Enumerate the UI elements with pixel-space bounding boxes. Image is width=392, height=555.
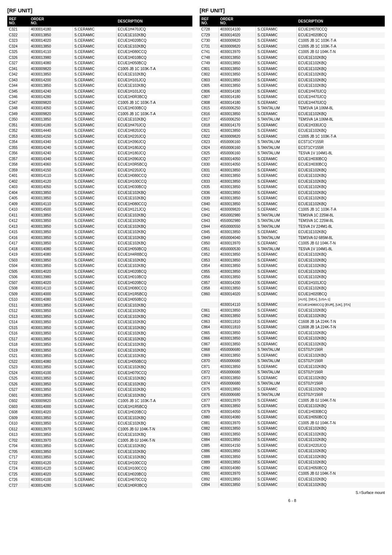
table-cell: TEMSVA 1C 225M-8L [297,212,384,218]
table-cell: C341 [8,66,29,72]
table-cell: C344 [8,83,29,89]
table-cell: C748 [200,55,219,61]
table-cell: C704 [8,443,29,449]
table-cell: C801 [200,66,219,72]
table-cell: C526 [8,381,29,387]
table-cell: 4030013850 [29,308,73,314]
table-cell: C411 [8,212,29,218]
table-cell: C343 [8,77,29,83]
table-cell: 4030014050 [219,409,256,415]
table-cell: 4030013850 [29,212,73,218]
table-row: C6124030013970S.CERAMICC1005 JB 0J 104K-… [8,426,192,432]
table-cell: ECST0JY156R [297,369,384,375]
table-row: C5214030013850S.CERAMICECUE1E102KBQ [8,353,192,359]
table-cell: ECUE1E102KBQ [297,179,384,185]
table-cell: S.CERAMIC [256,173,297,179]
left-header-ref: REFNO. [8,16,29,27]
table-cell: ECUE1E102KBQ [297,330,384,336]
table-cell: 4030013850 [219,179,256,185]
table-cell: C843 [200,218,219,224]
table-cell: C413 [8,224,29,230]
table-cell: ECUE1H010BCQ [116,274,192,280]
table-row: C7314030009820S.CERAMICC1005 JB 1C 103K-… [200,44,385,49]
table-row: C5074030014020S.CERAMICECUE1H020BCQ [8,280,192,286]
table-cell: C352 [8,128,29,134]
table-cell: S.TANTALUM [256,145,297,151]
table-row: C5224030014080S.CERAMICECUE1H050BCQ [8,359,192,365]
table-cell: C401 [8,173,29,179]
table-cell: 4030013850 [29,387,73,393]
table-cell: 4030014180 [219,94,256,100]
table-row: C8034030013850S.CERAMICECUE1E102KBQ [200,77,385,83]
table-cell: S.CERAMIC [73,409,116,415]
table-cell: ECUE1H470JCQ [297,94,384,100]
table-cell: C419 [8,252,29,258]
table-cell: C877 [200,398,219,404]
table-row: C6104030013850S.CERAMICECUE1E102KBQ [8,421,192,426]
table-cell: 4030013850 [29,364,73,370]
table-cell: ECUE1H050BCQ [116,359,192,365]
table-cell: 4030013850 [219,195,256,201]
table-cell: 4030014340 [29,156,73,162]
table-cell: ECUE1E102KBQ [116,454,192,460]
table-cell: C342 [8,72,29,77]
table-row: C7264030014100S.CERAMICECUE1H070CCQ [8,477,192,483]
table-cell: S.CERAMIC [73,105,116,111]
table-cell: ECUE1H0R3BCQ [116,483,192,489]
table-cell: ECUE1E102KBQ [116,83,192,89]
table-cell: ECUE1H050BCQ [116,246,192,252]
table-cell: ECUE1E102KBQ [116,314,192,320]
table-cell: S.CERAMIC [73,184,116,190]
table-cell: C602 [8,398,29,404]
table-row: C3504030013850S.CERAMICECUE1E102KBQ [8,117,192,122]
left-section-title: [RF UNIT] [7,7,192,13]
table-row: C3274030014080S.CERAMICECUE1H050BCQ [8,60,192,66]
table-cell: S.CERAMIC [256,308,297,313]
table-cell: ECUE1E102KBQ [297,258,384,263]
table-cell: S.CERAMIC [73,438,116,443]
table-cell: C521 [8,353,29,359]
table-cell: S.CERAMIC [73,483,116,489]
table-cell: C354 [8,139,29,145]
table-cell: C831 [200,167,219,173]
table-cell: C610 [8,421,29,426]
table-row: C4194030014080S.CERAMICECUE1H4R8BCQ [8,252,192,258]
table-cell: 4030013850 [29,443,73,449]
table-cell: S.CERAMIC [256,49,297,55]
table-cell: ECUE1E102KBQ [116,348,192,353]
table-cell: 4550000550 [219,224,256,230]
table-cell: C1005 JB 0J 104K-T-N [297,49,384,55]
table-cell: C509 [8,291,29,297]
table-cell: 4030013850 [219,386,256,392]
table-cell: S.CERAMIC [73,77,116,83]
table-row: C4094030014110S.CERAMICECUE1H080CCQ [8,201,192,207]
table-cell: ECST1CY155R [297,145,384,151]
table-cell: S.CERAMIC [256,122,297,128]
table-cell: S.TANTALUM [256,224,297,230]
table-cell: 4030013850 [219,285,256,291]
table-cell: C359 [8,167,29,173]
table-cell: ECUE1H030BCQ [116,184,192,190]
table-cell: C855 [200,269,219,275]
table-row: C8314030013850S.CERAMICECUE1E102KBQ [200,167,385,173]
table-cell: S.CERAMIC [73,72,116,77]
table-cell: C842 [200,212,219,218]
table-row: C8234550006160S.TANTALUMECST1CY155R [200,139,385,145]
table-row: C5044030013850S.CERAMICECUE1E102KBQ [8,263,192,269]
table-cell: C857 [200,280,219,286]
table-cell: 4030013850 [29,224,73,230]
table-cell: C403 [8,184,29,190]
table-cell: S.CERAMIC [73,325,116,331]
table-cell: 4030013850 [219,375,256,381]
table-cell: 4030014000 [29,404,73,410]
table-cell: C603 [8,404,29,410]
table-cell: C870 [200,358,219,364]
table-cell: 4030014020 [29,38,73,44]
table-cell: 4030013850 [219,77,256,83]
table-cell: S.CERAMIC [73,134,116,139]
table-cell: S.CERAMIC [256,162,297,167]
table-cell: S.CERAMIC [256,459,297,465]
table-row: C8544030013850S.CERAMICECUE1E102KBQ [200,263,385,269]
table-cell: 4030014120 [29,466,73,471]
table-cell: C515 [8,325,29,331]
